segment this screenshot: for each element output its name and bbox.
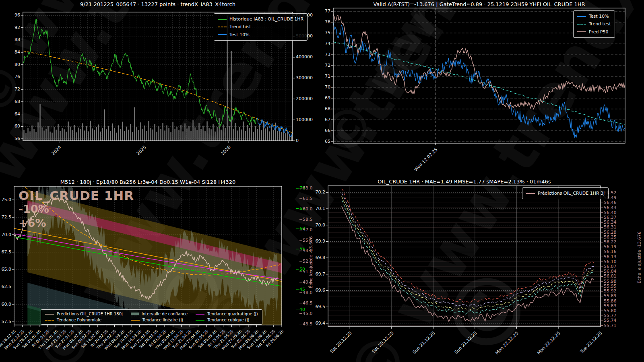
legend-item: Test 10%: [218, 31, 303, 39]
quadratique-swatch: [196, 314, 204, 315]
legend-item: Tendance cubique (J): [196, 317, 258, 323]
panel3-right-axis-label: Échelle ajustée -13.676: [308, 236, 314, 288]
legend-label: Tendance Polynomiale: [57, 317, 101, 323]
legend-item: Tendance linéaire (J): [131, 317, 188, 323]
legend-item: Historique IA83 : OIL_CRUDE 1HR: [218, 15, 303, 23]
legend-label: Historique IA83 : OIL_CRUDE 1HR: [229, 15, 303, 23]
panel2-legend: Test 10% Trend test Pred P50: [573, 10, 615, 38]
legend-label: Tendance linéaire (J): [142, 317, 183, 323]
legend-item: Prédictions OIL_CRUDE 1HR 180j: [45, 311, 123, 317]
panel3-up-percent-label: +6%: [19, 217, 46, 229]
legend-item: Prédictions OIL_CRUDE 1HR 3j: [526, 189, 605, 197]
legend-item: Pred P50: [577, 28, 611, 36]
trend-hist-swatch: [218, 27, 227, 27]
legend-item: Test 10%: [577, 12, 611, 20]
polynomiale-swatch: [45, 320, 54, 321]
legend-label: Pred P50: [589, 28, 609, 36]
pred-p50-swatch: [577, 31, 586, 32]
panel3-legend: Prédictions OIL_CRUDE 1HR 180j Intervall…: [41, 309, 262, 325]
legend-label: Trend test: [589, 20, 611, 28]
panel3-down-percent-label: -10%: [19, 203, 49, 215]
legend-item: Tendance quadratique (J): [196, 311, 258, 317]
test10-swatch: [577, 16, 586, 17]
trend-test-swatch: [577, 24, 586, 25]
legend-label: Test 10%: [229, 31, 250, 39]
legend-item: Trend test: [577, 20, 611, 28]
legend-item: Intervalle de confiance: [131, 311, 188, 317]
panel2-title: Valid Δ(R-TST)=-13.676 | GateTrend≈0.89 …: [333, 1, 625, 7]
panel1-title: 9/21 201225_005647 · 13227 points · tren…: [23, 1, 293, 7]
lineaire-swatch: [131, 320, 140, 321]
panel4-right-axis-label: Échelle ajustée -13.676: [637, 231, 642, 283]
legend-label: Prédictions OIL_CRUDE 1HR 3j: [538, 189, 605, 197]
historique-swatch: [218, 19, 227, 20]
intervalle-swatch: [131, 313, 139, 315]
panel3-symbol-label: OIL_CRUDE 1HR: [19, 188, 134, 203]
legend-label: Test 10%: [589, 12, 609, 20]
panel4-legend: Prédictions OIL_CRUDE 1HR 3j: [522, 187, 609, 199]
legend-label: Intervalle de confiance: [142, 311, 188, 317]
panel1-legend: Historique IA83 : OIL_CRUDE 1HR Trend hi…: [214, 13, 308, 41]
panel3-title: M512 · 180j · Ep18/80 Bs256 Lr3e-04 Do0.…: [14, 179, 282, 185]
legend-label: Prédictions OIL_CRUDE 1HR 180j: [57, 311, 123, 317]
legend-label: Trend hist: [229, 23, 251, 31]
legend-label: Tendance cubique (J): [207, 317, 249, 323]
legend-label: Tendance quadratique (J): [207, 311, 258, 317]
panel4-title: OIL_CRUDE 1HR · MAE=1.49 RMSE=1.77 sMAPE…: [328, 179, 601, 185]
predictions-3j-swatch: [526, 193, 535, 194]
test10-swatch: [218, 34, 227, 35]
legend-item: Tendance Polynomiale: [45, 317, 123, 323]
legend-item: Trend hist: [218, 23, 303, 31]
cubique-swatch: [196, 320, 204, 321]
predictions-180j-swatch: [45, 314, 54, 315]
